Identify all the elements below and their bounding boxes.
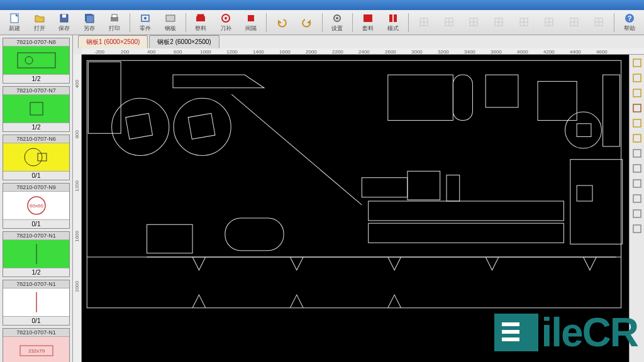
select-tool-button[interactable]	[631, 102, 643, 114]
svg-rect-56	[87, 61, 621, 309]
svg-rect-4	[86, 15, 94, 23]
sheet-tab[interactable]: 钢板1 (6000×2500)	[78, 35, 148, 48]
part-item[interactable]: 78210-0707-N1 0/1	[3, 280, 70, 326]
mirror-tool-button[interactable]	[631, 193, 643, 204]
part-item[interactable]: 78210-0707-N9 60x60 0/1	[3, 183, 70, 229]
svg-rect-57	[88, 62, 121, 134]
svg-rect-59	[126, 114, 153, 140]
svg-point-13	[225, 17, 227, 19]
zoom-tool-button[interactable]	[631, 57, 643, 69]
svg-rect-18	[394, 14, 397, 22]
svg-rect-73	[447, 175, 460, 201]
toolbar-separator	[408, 13, 409, 32]
ruler-tick: 1600	[74, 231, 80, 242]
ruler-tick: 2600	[385, 49, 396, 55]
ruler-tick: 1200	[226, 49, 238, 55]
svg-rect-67	[538, 82, 577, 121]
svg-rect-72	[408, 172, 440, 200]
measure-tool-button[interactable]	[631, 223, 643, 234]
toolbar-sheet-button[interactable]: 钢板	[158, 11, 182, 34]
toolbar-x7-button	[562, 11, 586, 34]
zoomfit-tool-button[interactable]	[631, 72, 643, 84]
ruler-tick: 4200	[543, 49, 555, 55]
toolbar-layer-button[interactable]: 整料	[189, 11, 213, 34]
part-item[interactable]: 78210-0707-N8 1/2	[3, 38, 70, 84]
part-name: 78210-0707-N7	[3, 87, 69, 95]
toolbar-saveas-button[interactable]: 另存	[77, 11, 101, 34]
svg-rect-61	[188, 114, 215, 140]
ruler-tick: 1200	[74, 180, 80, 192]
toolbar-x3-button	[462, 11, 486, 34]
svg-point-68	[565, 112, 602, 148]
svg-rect-69	[577, 124, 591, 137]
toolbar-label: 设置	[331, 25, 343, 33]
part-count: 0/1	[3, 219, 69, 228]
parts-sidebar: 78210-0707-N8 1/278210-0707-N7 1/278210-…	[0, 35, 73, 362]
circle-tool-button[interactable]	[631, 133, 643, 144]
ruler-tick: 3000	[411, 49, 423, 55]
toolbar-open-button[interactable]: 打开	[28, 11, 52, 34]
toolbar-save-button[interactable]: 保存	[53, 11, 77, 34]
toolbar-label: 保存	[58, 25, 70, 33]
svg-rect-77	[577, 185, 592, 201]
part-name: 78210-0707-N1	[3, 280, 69, 288]
ruler-tick: -200	[94, 49, 104, 55]
part-thumbnail	[3, 95, 69, 123]
ruler-tick: 2200	[332, 49, 343, 55]
ruler-tick: 3200	[438, 49, 449, 55]
part-thumbnail: 60x60	[3, 192, 69, 219]
toolbar-x5-button	[512, 11, 536, 34]
rect-tool-button[interactable]	[631, 118, 643, 129]
svg-rect-0	[11, 14, 18, 23]
ruler-tick: 1600	[279, 49, 291, 55]
sheet-tab[interactable]: 钢板2 (6000×2500)	[149, 35, 219, 48]
part-count: 1/2	[3, 268, 69, 277]
toolbar-undo-button[interactable]	[270, 11, 294, 34]
part-item[interactable]: 78210-0707-N7 1/2	[3, 86, 70, 132]
part-count: 1/2	[3, 74, 69, 83]
toolbar-separator	[266, 13, 267, 32]
cad-canvas[interactable]	[82, 55, 629, 362]
toolbar-separator	[614, 13, 614, 32]
ruler-tick: 400	[147, 49, 155, 55]
toolbar-redo-button[interactable]	[295, 11, 319, 34]
svg-rect-71	[362, 178, 407, 197]
svg-rect-47	[30, 102, 43, 115]
toolbar-parts-button[interactable]: 零件	[133, 11, 157, 34]
move-tool-button[interactable]	[631, 163, 643, 174]
ruler-tick: 4000	[517, 49, 528, 55]
part-item[interactable]: 78210-0707-N1 232x79	[3, 328, 70, 362]
toolbar-label: 刀补	[220, 25, 231, 33]
toolbar-matl-button[interactable]: 套料	[356, 11, 380, 34]
ruler-tick: 800	[74, 130, 80, 138]
svg-rect-82	[633, 74, 641, 82]
toolbar-setup-button[interactable]: 设置	[326, 11, 350, 34]
ruler-tick: 2000	[306, 49, 317, 55]
toolbar-tool-button[interactable]: 刀补	[214, 11, 238, 34]
toolbar-mode-button[interactable]: 模式	[381, 11, 405, 34]
part-item[interactable]: 78210-0707-N1 1/2	[3, 231, 70, 277]
rotate-tool-button[interactable]	[631, 178, 643, 189]
svg-rect-84	[633, 104, 641, 112]
toolbar-print-button[interactable]: 打印	[103, 11, 126, 34]
toolbar-label: 打开	[34, 25, 45, 33]
ruler-tick: 1400	[253, 49, 264, 55]
ruler-tick: 1000	[200, 49, 211, 55]
part-name: 78210-0707-N8	[3, 38, 69, 47]
svg-point-46	[25, 57, 33, 64]
toolbar-new-button[interactable]: 新建	[3, 11, 26, 34]
ruler-tick: 400	[74, 80, 80, 88]
svg-point-8	[144, 17, 147, 19]
main-toolbar: 新建打开保存另存打印零件钢板整料刀补间隔设置套料模式?帮助	[0, 10, 644, 35]
svg-rect-88	[633, 165, 641, 172]
toolbar-nest-button[interactable]: 间隔	[239, 11, 263, 34]
pan-tool-button[interactable]	[631, 87, 643, 99]
svg-rect-2	[62, 14, 66, 18]
part-item[interactable]: 78210-0707-N6 0/1	[3, 134, 70, 180]
poly-tool-button[interactable]	[631, 148, 643, 159]
titlebar	[0, 0, 644, 10]
toolbar-help-button[interactable]: ?帮助	[618, 11, 641, 34]
svg-rect-92	[633, 225, 641, 233]
ruler-horizontal: -200200400600100012001400160020002200240…	[82, 48, 644, 55]
pencil-tool-button[interactable]	[631, 208, 643, 219]
